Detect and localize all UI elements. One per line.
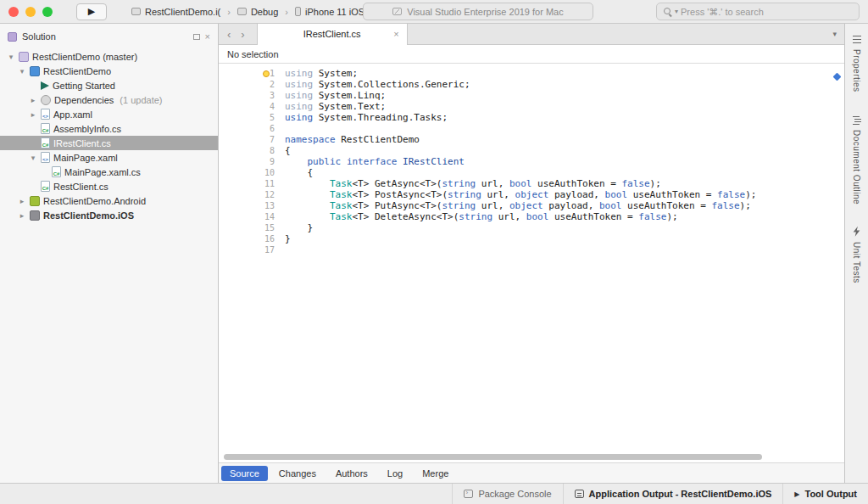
tree-item-getting-started[interactable]: Getting Started (0, 78, 218, 92)
line-number[interactable]: 12 (219, 189, 285, 200)
search-input[interactable] (681, 7, 853, 17)
startup-project-selector[interactable]: RestClientDemo.i( (127, 5, 225, 19)
tree-item-assemblyinfo-cs[interactable]: AssemblyInfo.cs (0, 121, 218, 136)
status-item-tool-output[interactable]: ▶Tool Output (782, 484, 868, 504)
code-line[interactable]: using System.Text; (285, 101, 844, 112)
line-number[interactable]: 15 (219, 222, 285, 233)
line-number[interactable]: 7 (219, 134, 285, 145)
code-line[interactable]: { (285, 167, 844, 178)
code-editor[interactable]: 1234567891011121314151617 using System;u… (219, 64, 844, 451)
code-line[interactable]: using System.Linq; (285, 90, 844, 101)
line-number[interactable]: 10 (219, 167, 285, 178)
bottom-tab-changes[interactable]: Changes (270, 466, 325, 481)
code-line[interactable]: Task<T> DeleteAsync<T>(string url, bool … (285, 211, 844, 222)
code-line[interactable] (285, 123, 844, 134)
pad-tab-document-outline[interactable]: Document Outline (852, 115, 862, 204)
tree-item-restclient-cs[interactable]: RestClient.cs (0, 179, 218, 193)
expander-icon[interactable]: ▸ (29, 96, 37, 104)
code-line[interactable]: } (285, 233, 844, 244)
tree-item-restclientdemo-ios[interactable]: ▸RestClientDemo.iOS (0, 208, 218, 222)
close-pad-icon[interactable]: × (205, 32, 210, 42)
status-item-package-console[interactable]: Package Console (452, 484, 562, 504)
line-number[interactable]: 5 (219, 112, 285, 123)
code-line[interactable]: { (285, 145, 844, 156)
minimize-window-button[interactable] (25, 7, 36, 17)
pad-tab-properties[interactable]: Properties (852, 34, 862, 92)
main-area: Solution × ▾RestClientDemo (master)▾Rest… (0, 24, 868, 483)
bottom-tab-source[interactable]: Source (221, 466, 268, 481)
line-number[interactable]: 17 (219, 244, 285, 255)
tree-item-dependencies[interactable]: ▸Dependencies(1 update) (0, 92, 218, 107)
line-number[interactable]: 8 (219, 145, 285, 156)
tree-item-restclientdemo-android[interactable]: ▸RestClientDemo.Android (0, 193, 218, 208)
code-line[interactable]: public interface IRestClient (285, 156, 844, 167)
bottom-tab-merge[interactable]: Merge (414, 466, 457, 481)
tree-item-mainpage-xaml[interactable]: ▾MainPage.xaml (0, 150, 218, 165)
line-number[interactable]: 4 (219, 101, 285, 112)
tree-item-restclientdemo-master[interactable]: ▾RestClientDemo (master) (0, 49, 218, 64)
tree-item-irestclient-cs[interactable]: IRestClient.cs (0, 136, 218, 150)
code-line[interactable]: using System.Threading.Tasks; (285, 112, 844, 123)
close-tab-icon[interactable]: × (393, 29, 398, 39)
code-line[interactable]: using System; (285, 68, 844, 79)
android-icon (30, 196, 40, 206)
project-icon (131, 8, 141, 15)
line-number[interactable]: 3 (219, 90, 285, 101)
expander-icon[interactable]: ▾ (18, 67, 26, 76)
expander-icon[interactable]: ▸ (18, 211, 26, 220)
bottom-tab-authors[interactable]: Authors (327, 466, 376, 481)
zoom-window-button[interactable] (42, 7, 53, 17)
expander-icon[interactable]: ▸ (29, 110, 37, 119)
expander-icon[interactable]: ▾ (29, 154, 37, 162)
code-line[interactable] (285, 244, 844, 255)
status-display[interactable]: Visual Studio Enterprise 2019 for Mac (363, 3, 593, 20)
line-number[interactable]: 14 (219, 211, 285, 222)
line-number[interactable]: 6 (219, 123, 285, 134)
getting-started-icon (41, 81, 49, 90)
line-number[interactable]: 2 (219, 79, 285, 90)
code-line[interactable]: } (285, 222, 844, 233)
tree-item-restclientdemo[interactable]: ▾RestClientDemo (0, 64, 218, 78)
code-line[interactable]: using System.Collections.Generic; (285, 79, 844, 90)
solution-pad-header: Solution × (0, 24, 218, 49)
close-window-button[interactable] (8, 7, 19, 17)
build-configuration-selector[interactable]: Debug (233, 5, 282, 19)
expander-icon[interactable]: ▾ (7, 53, 15, 61)
member-breadcrumb-bar[interactable]: No selection (219, 45, 844, 64)
line-number[interactable]: 13 (219, 200, 285, 211)
horizontal-scrollbar[interactable] (219, 451, 844, 462)
quick-fix-bulb-icon[interactable] (263, 70, 270, 77)
tab-irestclient-cs[interactable]: IRestClient.cs × (257, 24, 408, 45)
code-line[interactable]: Task<T> PostAsync<T>(string url, object … (285, 189, 844, 200)
navigate-back-icon[interactable]: ‹ (227, 28, 231, 41)
tab-list-dropdown-icon[interactable]: ▾ (832, 30, 837, 38)
tree-item-label: RestClientDemo (43, 66, 111, 76)
code-token: url, (476, 200, 509, 211)
global-search-field[interactable]: ▾ (656, 3, 860, 20)
dependencies-icon (41, 95, 51, 105)
properties-icon (852, 34, 862, 44)
navigate-forward-icon[interactable]: › (241, 28, 244, 41)
pad-tab-unit-tests[interactable]: Unit Tests (852, 227, 862, 283)
code-token (285, 156, 308, 167)
bottom-tab-log[interactable]: Log (379, 466, 411, 481)
code-token: string (442, 178, 476, 189)
run-button[interactable]: ▶ (76, 3, 107, 20)
dock-pad-icon[interactable] (193, 34, 200, 40)
line-number[interactable]: 1 (219, 68, 285, 79)
code-token: false (638, 211, 666, 222)
search-scope-dropdown-icon[interactable]: ▾ (675, 8, 678, 15)
code-line[interactable]: namespace RestClientDemo (285, 134, 844, 145)
tree-item-mainpage-xaml-cs[interactable]: MainPage.xaml.cs (0, 165, 218, 179)
status-item-application-output-restclientdemo-ios[interactable]: Application Output - RestClientDemo.iOS (563, 484, 783, 504)
code-line[interactable]: Task<T> GetAsync<T>(string url, bool use… (285, 178, 844, 189)
code-token: ); (745, 189, 756, 200)
tree-item-app-xaml[interactable]: ▸App.xaml (0, 107, 218, 121)
horizontal-scrollbar-thumb[interactable] (224, 454, 762, 460)
line-number[interactable]: 16 (219, 233, 285, 244)
line-number[interactable]: 9 (219, 156, 285, 167)
line-number[interactable]: 11 (219, 178, 285, 189)
xaml-icon (41, 152, 50, 163)
expander-icon[interactable]: ▸ (18, 197, 26, 205)
code-line[interactable]: Task<T> PutAsync<T>(string url, object p… (285, 200, 844, 211)
